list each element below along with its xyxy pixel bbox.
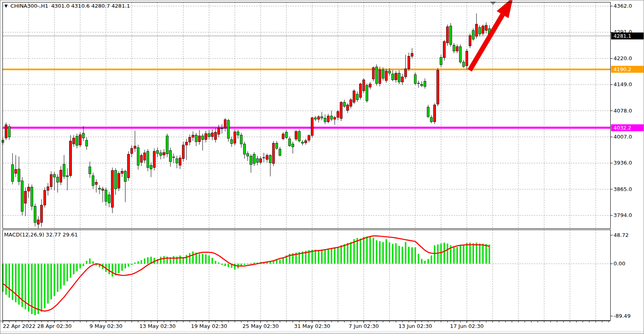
macd-histogram-bar xyxy=(9,264,10,298)
bid-price-badge: 4281.1 xyxy=(611,33,644,39)
macd-histogram-bar xyxy=(337,247,339,264)
macd-histogram-bar xyxy=(54,264,55,296)
candle-body xyxy=(198,136,201,142)
time-axis-label: 7 Jun 02:30 xyxy=(349,323,379,329)
candle-body xyxy=(73,138,75,144)
candle-body xyxy=(63,164,65,176)
macd-histogram-bar xyxy=(366,236,368,264)
macd-histogram-bar xyxy=(218,262,220,264)
macd-axis-label: 48.72 xyxy=(614,232,629,238)
candle-body xyxy=(382,70,384,78)
macd-histogram-bar xyxy=(460,246,461,264)
candle-body xyxy=(253,154,256,164)
candle-body xyxy=(82,133,85,138)
macd-histogram-bar xyxy=(205,254,207,264)
trend-arrow-shaft[interactable] xyxy=(468,13,505,72)
macd-histogram-bar xyxy=(414,247,416,264)
candle-body xyxy=(321,117,323,118)
candle-body xyxy=(169,151,172,162)
candle-body xyxy=(182,145,184,159)
candle-body xyxy=(417,83,420,84)
macd-histogram-bar xyxy=(224,264,226,266)
candle-body xyxy=(279,149,281,155)
candle-body xyxy=(79,135,82,145)
macd-histogram-bar xyxy=(80,264,81,269)
macd-histogram-bar xyxy=(208,256,210,264)
candle-body xyxy=(176,158,178,163)
macd-histogram-bar xyxy=(73,264,75,274)
candle-body xyxy=(118,174,120,188)
macd-histogram-bar xyxy=(234,264,236,269)
macd-histogram-bar xyxy=(350,242,352,264)
macd-histogram-bar xyxy=(360,239,361,264)
macd-histogram-bar xyxy=(144,258,145,264)
candle-body xyxy=(189,137,191,142)
macd-histogram-bar xyxy=(112,264,113,277)
candle-body xyxy=(440,57,442,65)
candle-body xyxy=(327,116,330,122)
candle-body xyxy=(230,139,233,143)
candle-body xyxy=(69,141,72,176)
macd-histogram-bar xyxy=(254,262,255,264)
macd-histogram-bar xyxy=(453,247,455,264)
macd-histogram-bar xyxy=(369,236,371,264)
macd-histogram-bar xyxy=(121,264,123,271)
candle-body xyxy=(102,189,104,191)
candle-body xyxy=(50,174,52,187)
macd-histogram-bar xyxy=(347,243,349,264)
candle-body xyxy=(150,165,152,169)
macd-histogram-bar xyxy=(340,245,342,264)
candle-body xyxy=(247,154,249,156)
macd-histogram-bar xyxy=(282,258,284,264)
candle-body xyxy=(260,158,262,162)
candlestick-chart-surface[interactable] xyxy=(0,0,644,334)
macd-histogram-bar xyxy=(15,264,17,302)
candle-body xyxy=(43,191,46,205)
candle-body xyxy=(408,56,410,69)
candle-body xyxy=(134,146,136,148)
candle-body xyxy=(250,156,252,165)
one-click-trading-toggle-icon[interactable]: ▼ xyxy=(4,3,8,9)
candle-body xyxy=(469,36,471,46)
macd-histogram-bar xyxy=(41,264,42,312)
candle-body xyxy=(443,41,446,58)
macd-histogram-bar xyxy=(163,256,165,264)
macd-histogram-bar xyxy=(212,258,213,264)
macd-histogram-bar xyxy=(160,257,162,264)
time-axis-label: 31 May 02:30 xyxy=(294,323,330,329)
macd-histogram-bar xyxy=(402,247,403,264)
candle-body xyxy=(485,25,488,30)
candle-body xyxy=(156,151,159,154)
trend-arrow-head[interactable] xyxy=(497,0,513,18)
candle-body xyxy=(282,134,284,139)
macd-histogram-bar xyxy=(12,264,13,300)
macd-histogram-bar xyxy=(318,250,319,264)
macd-histogram-bar xyxy=(424,261,426,264)
candle-body xyxy=(272,143,275,163)
candle-body xyxy=(185,142,188,145)
candle-body xyxy=(395,73,397,80)
main-panel-border xyxy=(3,2,611,229)
time-axis-label: 9 May 02:30 xyxy=(89,323,122,329)
macd-histogram-bar xyxy=(482,244,484,264)
macd-histogram-bar xyxy=(82,264,84,266)
macd-histogram-bar xyxy=(327,249,329,264)
candle-body xyxy=(130,148,133,154)
macd-histogram-bar xyxy=(437,244,439,264)
macd-histogram-bar xyxy=(92,261,94,264)
candle-body xyxy=(98,188,101,189)
candle-body xyxy=(366,85,368,101)
candle-body xyxy=(227,120,230,138)
candle-body xyxy=(472,30,475,39)
macd-histogram-bar xyxy=(47,264,49,304)
candle-body xyxy=(347,105,349,111)
candle-body xyxy=(353,91,356,102)
macd-histogram-bar xyxy=(395,243,397,264)
macd-histogram-bar xyxy=(173,256,174,264)
price-axis-label: 4078.0 xyxy=(614,108,632,114)
macd-histogram-bar xyxy=(192,252,194,264)
macd-histogram-bar xyxy=(440,243,442,264)
price-axis-label: 3794.0 xyxy=(614,212,632,218)
candle-body xyxy=(21,181,24,211)
macd-histogram-bar xyxy=(427,259,429,264)
